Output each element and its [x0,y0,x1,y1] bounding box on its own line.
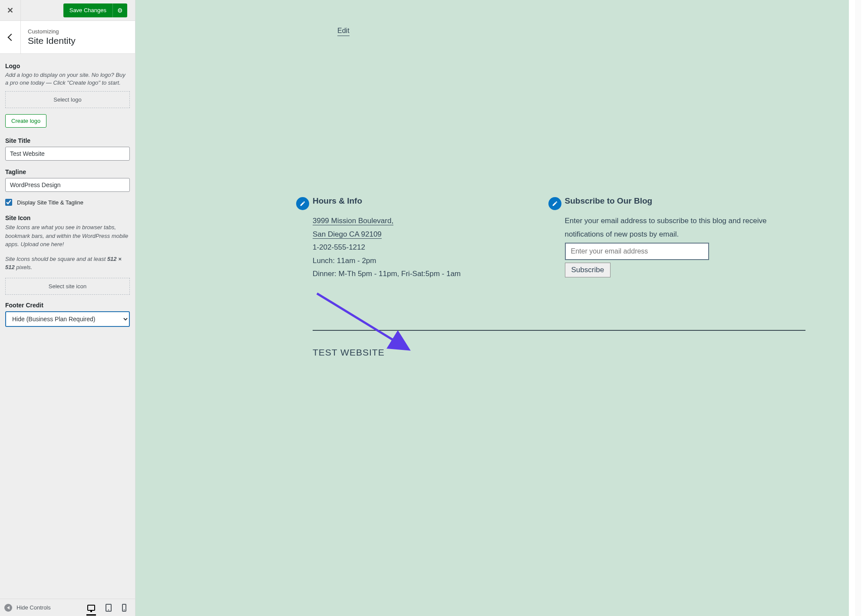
address-link[interactable]: 3999 Mission Boulevard, San Diego CA 921… [313,214,554,241]
save-button-label: Save Changes [63,3,112,17]
close-customizer-button[interactable]: ✕ [0,0,21,21]
site-icon-heading: Site Icon [5,214,130,221]
section-header: Customizing Site Identity [0,21,135,54]
lunch-hours-text: Lunch: 11am - 2pm [313,254,554,268]
footer-credit-label: Footer Credit [5,302,130,309]
sidebar-footer: Hide Controls [0,599,135,616]
site-icon-description-2: Site Icons should be square and at least… [5,255,130,272]
device-desktop-button[interactable] [87,605,95,611]
close-icon: ✕ [7,6,13,15]
address-line-2: San Diego CA 92109 [313,230,382,239]
footer-widgets-row: Hours & Info 3999 Mission Boulevard, San… [313,196,805,281]
footer-site-title: TEST WEBSITE [313,347,385,358]
site-icon-description-1: Site Icons are what you see in browser t… [5,223,130,249]
hide-controls-button[interactable]: Hide Controls [4,604,51,612]
back-button[interactable] [0,21,21,54]
tagline-label: Tagline [5,168,130,175]
collapse-icon [4,604,12,612]
save-changes-button[interactable]: Save Changes ⚙ [63,3,127,17]
hours-info-title: Hours & Info [313,196,554,206]
preview-scrollbar[interactable] [855,0,861,616]
select-site-icon-button[interactable]: Select site icon [5,278,130,295]
site-title-label: Site Title [5,137,130,144]
customizer-sidebar: ✕ Save Changes ⚙ Customizing Site Identi… [0,0,135,616]
create-logo-button[interactable]: Create logo [5,114,46,128]
save-button-wrap: Save Changes ⚙ [63,3,135,17]
display-title-checkbox-label[interactable]: Display Site Title & Tagline [17,199,83,206]
logo-description: Add a logo to display on your site. No l… [5,71,130,87]
svg-line-0 [317,293,405,347]
hours-info-widget: Hours & Info 3999 Mission Boulevard, San… [313,196,554,281]
display-title-checkbox-row: Display Site Title & Tagline [5,199,130,206]
subscribe-blurb: Enter your email address to subscribe to… [565,214,806,241]
preview-iframe[interactable]: Edit Hours & Info 3999 Mission Boulevard… [135,0,849,616]
tablet-icon [106,604,112,612]
preview-pane: Edit Hours & Info 3999 Mission Boulevard… [135,0,868,616]
select-logo-button[interactable]: Select logo [5,91,130,108]
device-tablet-button[interactable] [106,604,112,612]
display-title-checkbox[interactable] [5,199,12,206]
device-preview-buttons [87,604,131,612]
hide-controls-label: Hide Controls [17,604,51,611]
site-icon-desc2-post: pixels. [15,264,32,270]
preview-scrollbar-gutter [849,0,868,616]
sidebar-body: Logo Add a logo to display on your site.… [0,54,135,599]
customizing-label: Customizing [28,28,76,35]
annotation-arrow [316,293,412,353]
pencil-icon [300,201,306,207]
subscribe-email-input[interactable] [565,243,709,260]
footer-divider [313,330,805,331]
subscribe-button[interactable]: Subscribe [565,263,611,277]
widget-edit-button[interactable] [548,197,561,210]
address-line-1: 3999 Mission Boulevard, [313,217,393,225]
footer-credit-select[interactable]: Hide (Business Plan Required) [5,311,130,327]
widget-edit-button[interactable] [296,197,309,210]
pencil-icon [552,201,558,207]
edit-shortcut-link[interactable]: Edit [337,27,350,36]
device-mobile-button[interactable] [122,604,126,612]
subscribe-title: Subscribe to Our Blog [565,196,806,206]
site-icon-desc2-pre: Site Icons should be square and at least [5,256,107,262]
desktop-icon [87,605,95,611]
logo-heading: Logo [5,63,130,69]
section-header-text: Customizing Site Identity [21,28,83,46]
section-title: Site Identity [28,36,76,46]
subscribe-widget: Subscribe to Our Blog Enter your email a… [565,196,806,281]
site-title-input[interactable] [5,147,130,161]
phone-text: 1-202-555-1212 [313,241,554,254]
mobile-icon [122,604,126,612]
dinner-hours-text: Dinner: M-Th 5pm - 11pm, Fri-Sat:5pm - 1… [313,267,554,281]
tagline-input[interactable] [5,178,130,192]
sidebar-top-bar: ✕ Save Changes ⚙ [0,0,135,21]
save-settings-gear-icon[interactable]: ⚙ [112,3,127,17]
